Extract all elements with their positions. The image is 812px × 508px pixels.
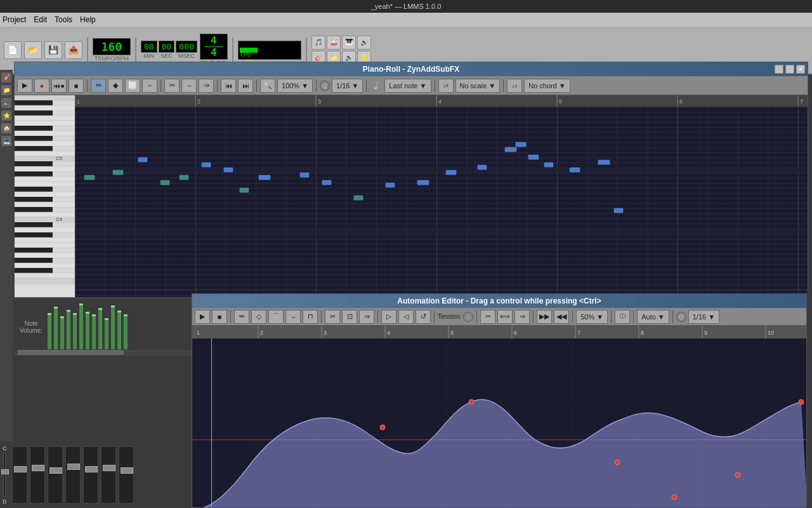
svg-rect-72 xyxy=(417,180,429,185)
menu-project[interactable]: Project xyxy=(3,15,26,24)
sidebar-samples[interactable]: 🔈 xyxy=(1,98,11,108)
ae-copy-btn[interactable]: ⊡ xyxy=(342,310,357,324)
sidebar-presets[interactable]: ⭐ xyxy=(1,110,11,121)
menu-tools[interactable]: Tools xyxy=(55,15,72,24)
pr-quantize-icon[interactable]: Q xyxy=(320,81,330,91)
sidebar-instruments[interactable]: 🎸 xyxy=(1,72,11,83)
svg-rect-38 xyxy=(15,273,75,278)
fader-6-handle[interactable] xyxy=(103,465,115,471)
pr-zoom-icon[interactable]: 🔍 xyxy=(260,79,275,93)
pr-record-while-playing-btn[interactable]: ⏮● xyxy=(51,79,67,93)
svg-rect-79 xyxy=(570,168,580,172)
ae-stop-btn[interactable]: ■ xyxy=(212,310,227,324)
ae-draw-btn[interactable]: ✏ xyxy=(234,310,249,324)
pr-next-btn[interactable]: ⏭ xyxy=(238,79,253,93)
fader-c-handle[interactable] xyxy=(1,469,9,474)
pr-chord-icon[interactable]: ♪♪ xyxy=(507,79,522,93)
ae-quantize-dropdown[interactable]: 1/16 ▼ xyxy=(688,310,719,324)
effects-btn[interactable]: 🔊 xyxy=(357,36,371,50)
fader-4-handle[interactable] xyxy=(67,464,80,470)
close-button[interactable]: × xyxy=(796,65,805,74)
beat-bassline-btn[interactable]: 🥁 xyxy=(327,36,341,50)
ae-paste2-btn[interactable]: ⇒ xyxy=(514,310,530,324)
pr-copy-btn[interactable]: → xyxy=(181,79,197,93)
minimize-button[interactable]: _ xyxy=(775,65,783,74)
sidebar-projects[interactable]: 📁 xyxy=(1,85,11,95)
ae-flip2-btn[interactable]: ⟺ xyxy=(497,310,513,324)
fader-7-handle[interactable] xyxy=(121,467,133,474)
menu-edit[interactable]: Edit xyxy=(34,15,47,24)
time-min-display[interactable]: 00 xyxy=(141,41,157,53)
pr-stop-btn[interactable]: ■ xyxy=(69,79,84,93)
pr-draw-btn[interactable]: ✏ xyxy=(91,79,106,93)
fader-7-track xyxy=(119,446,134,504)
ae-rewind-btn[interactable]: ◀◀ xyxy=(554,310,569,324)
ae-forward-btn[interactable]: ▶▶ xyxy=(537,310,552,324)
ae-flip-v-btn[interactable]: ⌣ xyxy=(285,310,301,324)
ae-loop-btn[interactable]: ↺ xyxy=(416,310,431,324)
pr-paste-btn[interactable]: ⇒ xyxy=(199,79,214,93)
sidebar-home[interactable]: 🏠 xyxy=(1,123,11,133)
time-sec-display[interactable]: 00 xyxy=(159,41,175,53)
pr-play-btn[interactable]: ▶ xyxy=(17,79,32,93)
ae-erase-btn[interactable]: ◇ xyxy=(251,310,266,324)
fader-3-handle[interactable] xyxy=(49,467,62,474)
pr-zoom-dropdown[interactable]: 100% ▼ xyxy=(277,79,313,93)
note-grid[interactable]: 1 2 3 4 5 6 7 xyxy=(75,95,808,297)
export-button[interactable]: 📤 xyxy=(65,41,82,59)
piano-roll-btn[interactable]: 🎹 xyxy=(342,36,356,50)
automation-content[interactable] xyxy=(192,338,806,507)
pr-snap-dropdown[interactable]: Last note ▼ xyxy=(384,79,431,93)
pr-prev-btn[interactable]: ⏮ xyxy=(221,79,236,93)
svg-rect-24 xyxy=(15,207,53,212)
pr-note-length-icon[interactable]: ♩ xyxy=(370,79,383,92)
pr-chord-dropdown[interactable]: No chord ▼ xyxy=(524,79,570,93)
fader-5-handle[interactable] xyxy=(85,466,98,472)
notes-area[interactable] xyxy=(75,107,808,297)
pr-bend-btn[interactable]: ~ xyxy=(142,79,157,93)
pr-quantize-chevron: ▼ xyxy=(351,82,358,90)
ae-info-btn[interactable]: ⓘ xyxy=(615,310,630,324)
ae-tension-knob[interactable]: ○ xyxy=(463,312,473,322)
time-msec-display[interactable]: 000 xyxy=(176,41,197,53)
svg-text:C5: C5 xyxy=(56,156,63,161)
ae-sep-7 xyxy=(572,311,573,323)
ae-paste-btn[interactable]: ⇒ xyxy=(359,310,374,324)
scrollbar-thumb[interactable] xyxy=(18,350,124,355)
ae-tension-dropdown[interactable]: 50% ▼ xyxy=(576,310,608,324)
pr-scale-icon[interactable]: ♭♯ xyxy=(438,79,454,93)
pr-scale-dropdown[interactable]: No scale ▼ xyxy=(455,79,501,93)
ae-flip-h-btn[interactable]: ⌒ xyxy=(268,310,284,324)
svg-rect-90 xyxy=(98,309,102,349)
save-button[interactable]: 💾 xyxy=(44,41,62,59)
menu-help[interactable]: Help xyxy=(80,15,96,24)
pr-quantize-dropdown[interactable]: 1/16 ▼ xyxy=(332,79,363,93)
song-editor-btn[interactable]: 🎵 xyxy=(311,36,325,50)
pr-zoom-chevron: ▼ xyxy=(301,82,308,90)
svg-rect-73 xyxy=(446,170,456,175)
open-button[interactable]: 📂 xyxy=(24,41,42,59)
timesig-display[interactable]: 4 4 xyxy=(200,34,228,60)
note-volume-scrollbar[interactable] xyxy=(15,350,191,355)
ae-discrete-btn[interactable]: ⊓ xyxy=(303,310,318,324)
ae-prev-btn[interactable]: ◁ xyxy=(398,310,414,324)
new-button[interactable]: 📄 xyxy=(4,41,22,59)
ae-quantize-mode-dropdown[interactable]: Auto ▼ xyxy=(637,310,669,324)
tempo-display[interactable]: 160 xyxy=(93,38,131,55)
ae-quantize-mode-chevron: ▼ xyxy=(658,313,665,321)
ae-play-btn[interactable]: ▶ xyxy=(195,310,210,324)
pr-erase-btn[interactable]: ⬜ xyxy=(125,79,140,93)
ae-cut2-btn[interactable]: ✂ xyxy=(480,310,495,324)
ae-quantize-icon[interactable]: Q xyxy=(676,312,686,322)
svg-text:2: 2 xyxy=(197,98,200,105)
ae-next-btn[interactable]: ▷ xyxy=(381,310,396,324)
fader-1-handle[interactable] xyxy=(14,466,27,472)
maximize-button[interactable]: □ xyxy=(785,65,794,74)
pr-select-btn[interactable]: ◆ xyxy=(108,79,123,93)
pr-cut-btn[interactable]: ✂ xyxy=(164,79,180,93)
sidebar-computer[interactable]: 💻 xyxy=(1,136,11,146)
pr-record-btn[interactable]: ● xyxy=(34,79,49,93)
ae-cut-btn[interactable]: ✂ xyxy=(325,310,340,324)
fader-4-track xyxy=(65,446,81,504)
fader-2-handle[interactable] xyxy=(32,465,44,471)
